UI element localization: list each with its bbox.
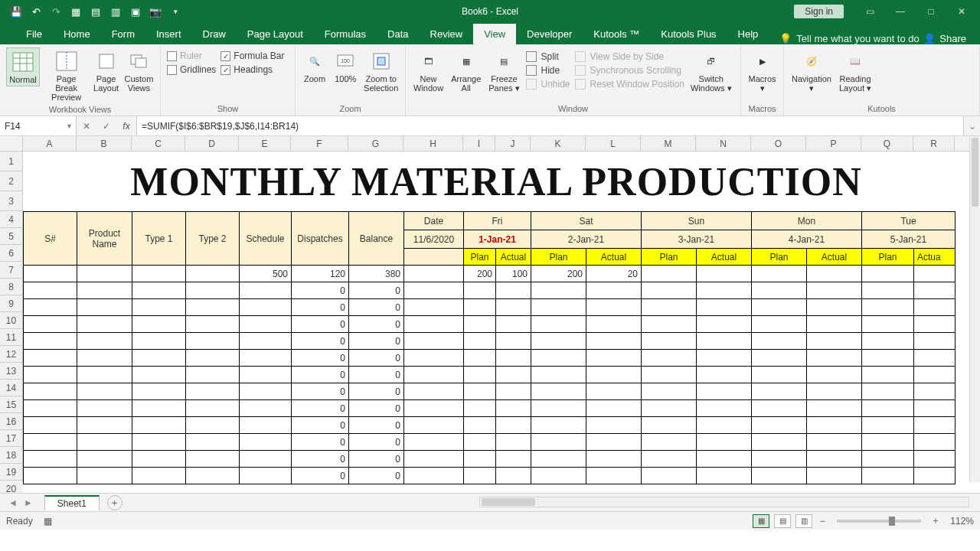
cell[interactable] (186, 367, 240, 383)
cell[interactable]: 0 (292, 400, 349, 417)
cell[interactable] (404, 434, 464, 451)
cell[interactable] (132, 266, 186, 282)
tab-help[interactable]: Help (727, 24, 769, 44)
cell[interactable] (752, 367, 807, 383)
cell[interactable] (132, 400, 186, 417)
cell[interactable] (77, 400, 132, 417)
cell[interactable] (752, 468, 807, 484)
cancel-formula-icon[interactable]: ✕ (77, 121, 96, 132)
cell[interactable] (404, 266, 464, 282)
cell-f7[interactable]: 120 (292, 266, 349, 282)
share-button[interactable]: 👤 Share (923, 33, 966, 44)
sheet-nav-prev-icon[interactable]: ◄ (6, 497, 20, 508)
tab-kutools[interactable]: Kutools ™ (583, 24, 650, 44)
cell[interactable] (464, 333, 496, 350)
cell[interactable] (862, 434, 914, 451)
cell[interactable] (240, 434, 292, 451)
sheet-nav-next-icon[interactable]: ► (21, 497, 35, 508)
cell[interactable] (464, 383, 496, 400)
zoom-slider-knob[interactable] (889, 517, 895, 526)
row-header-12[interactable]: 12 (0, 346, 22, 363)
cell[interactable] (132, 299, 186, 316)
headings-checkbox[interactable]: Headings (220, 64, 284, 75)
redo-icon[interactable]: ↷ (47, 3, 64, 20)
cell[interactable] (132, 451, 186, 468)
custom-views-button[interactable]: Custom Views (124, 47, 154, 94)
tab-kutools-plus[interactable]: Kutools Plus (650, 24, 727, 44)
cell[interactable] (240, 417, 292, 434)
cell[interactable] (77, 434, 132, 451)
cell[interactable] (862, 266, 914, 282)
row-header-6[interactable]: 6 (0, 245, 22, 262)
cell[interactable] (697, 434, 752, 451)
cell[interactable] (186, 350, 240, 367)
cell[interactable] (862, 316, 914, 333)
undo-icon[interactable]: ↶ (28, 3, 44, 20)
row-header-18[interactable]: 18 (0, 447, 22, 464)
cell[interactable] (240, 367, 292, 383)
sign-in-button[interactable]: Sign in (794, 5, 844, 18)
zoom-to-selection-button[interactable]: Zoom to Selection (363, 47, 399, 94)
tab-draw[interactable]: Draw (192, 24, 237, 44)
cell[interactable]: 0 (292, 299, 349, 316)
col-header-N[interactable]: N (696, 136, 751, 151)
row-header-5[interactable]: 5 (0, 228, 22, 245)
zoom-level[interactable]: 112% (950, 516, 974, 527)
cell[interactable]: 0 (349, 383, 404, 400)
cell[interactable] (531, 417, 586, 434)
row-header-4[interactable]: 4 (0, 211, 22, 228)
cell[interactable]: 0 (349, 367, 404, 383)
cell[interactable] (404, 451, 464, 468)
reading-layout-button[interactable]: 📖Reading Layout ▾ (838, 47, 873, 94)
cell[interactable] (642, 316, 697, 333)
synchronous-scrolling-button[interactable]: Synchronous Scrolling (575, 64, 684, 77)
cell[interactable] (807, 299, 862, 316)
cell[interactable] (807, 282, 862, 299)
cell[interactable] (464, 350, 496, 367)
cell[interactable] (914, 282, 956, 299)
cell[interactable] (586, 367, 642, 383)
row-header-1[interactable]: 1 (0, 152, 22, 171)
add-sheet-button[interactable]: ＋ (107, 495, 122, 510)
cell[interactable]: 0 (292, 282, 349, 299)
cell[interactable] (531, 400, 586, 417)
cell[interactable] (404, 333, 464, 350)
zoom-out-button[interactable]: − (817, 516, 828, 527)
switch-windows-button[interactable]: 🗗Switch Windows ▾ (689, 47, 733, 94)
cell[interactable] (24, 417, 77, 434)
cell[interactable] (697, 383, 752, 400)
cell[interactable] (752, 434, 807, 451)
cell[interactable] (752, 383, 807, 400)
cell[interactable] (132, 282, 186, 299)
cell[interactable]: 0 (292, 451, 349, 468)
tab-view[interactable]: View (473, 24, 516, 44)
cell[interactable] (77, 383, 132, 400)
cell[interactable] (862, 400, 914, 417)
cell[interactable]: 0 (292, 434, 349, 451)
spreadsheet-grid[interactable]: ABCDEFGHIJKLMNOPQR 123456789101112131415… (0, 136, 980, 493)
cell[interactable]: 0 (292, 316, 349, 333)
cell[interactable] (697, 316, 752, 333)
cell[interactable] (807, 316, 862, 333)
cell[interactable] (586, 282, 642, 299)
cell[interactable] (807, 468, 862, 484)
cell[interactable] (862, 417, 914, 434)
col-header-J[interactable]: J (495, 136, 531, 151)
cell[interactable]: 0 (349, 299, 404, 316)
cell[interactable] (24, 316, 77, 333)
tab-file[interactable]: File (15, 24, 53, 44)
cell[interactable] (862, 468, 914, 484)
cell[interactable]: 0 (349, 282, 404, 299)
cell[interactable] (77, 367, 132, 383)
cell[interactable] (496, 333, 531, 350)
cell[interactable] (24, 367, 77, 383)
cell[interactable] (914, 451, 956, 468)
cell[interactable] (404, 350, 464, 367)
cell[interactable] (914, 367, 956, 383)
cell[interactable] (642, 282, 697, 299)
cell[interactable] (464, 434, 496, 451)
minimize-icon[interactable]: — (885, 2, 916, 21)
cell-e7[interactable]: 500 (240, 266, 292, 282)
normal-view-status-button[interactable]: ▦ (753, 514, 769, 528)
cell[interactable] (240, 468, 292, 484)
